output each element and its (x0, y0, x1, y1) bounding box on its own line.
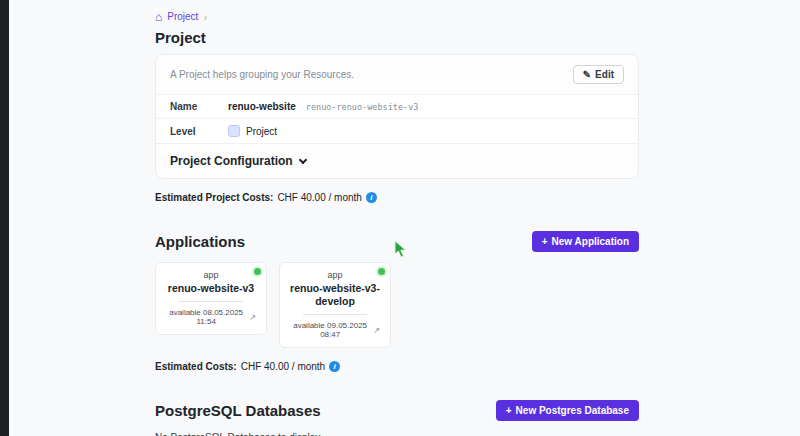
plus-icon: + (506, 405, 512, 416)
applications-section: Applications + New Application app renuo… (155, 231, 639, 372)
project-configuration-label: Project Configuration (170, 154, 293, 168)
edit-button-label: Edit (595, 69, 614, 80)
postgres-title: PostgreSQL Databases (155, 402, 321, 419)
project-cost-value: CHF 40.00 / month (277, 192, 361, 203)
main-content: ⌂ Project › Project A Project helps grou… (155, 0, 639, 436)
new-application-label: New Application (552, 236, 629, 247)
application-name: renuo-website-v3 (166, 282, 256, 295)
application-card[interactable]: app renuo-website-v3 available 08.05.202… (155, 262, 267, 335)
project-name-value: renuo-website (228, 101, 296, 112)
applications-cost-value: CHF 40.00 / month (241, 361, 325, 372)
plus-icon: + (542, 236, 548, 247)
project-cost-estimate: Estimated Project Costs: CHF 40.00 / mon… (155, 192, 639, 203)
external-link-icon[interactable]: ↗ (249, 313, 256, 322)
postgres-empty-message: No PostgreSQL Databases to display. (155, 432, 639, 436)
chevron-down-icon (298, 155, 306, 163)
project-configuration-toggle[interactable]: Project Configuration (156, 143, 638, 178)
edit-icon: ✎ (583, 69, 591, 80)
project-description: A Project helps grouping your Resources. (170, 69, 354, 80)
project-level-value: Project (246, 126, 277, 137)
application-status: available 08.05.2025 11:54 ↗ (166, 308, 256, 326)
application-name: renuo-website-v3-develop (290, 282, 380, 308)
project-level-row: Level Project (156, 118, 638, 143)
project-name-code: renuo-renuo-website-v3 (306, 102, 419, 112)
application-card[interactable]: app renuo-website-v3-develop available 0… (279, 262, 391, 348)
external-link-icon[interactable]: ↗ (373, 326, 380, 335)
application-type: app (166, 270, 256, 280)
name-label: Name (170, 101, 228, 112)
new-postgres-database-button[interactable]: + New Postgres Database (496, 400, 639, 421)
online-status-dot (378, 268, 385, 275)
application-status-text: available 08.05.2025 11:54 (166, 308, 246, 326)
home-icon[interactable]: ⌂ (155, 11, 162, 23)
chevron-right-icon: › (203, 11, 207, 23)
divider (179, 301, 244, 302)
postgres-section-header: PostgreSQL Databases + New Postgres Data… (155, 400, 639, 421)
application-type: app (290, 270, 380, 280)
page-title: Project (155, 29, 639, 46)
edit-button[interactable]: ✎ Edit (573, 65, 624, 84)
breadcrumb: ⌂ Project › (155, 10, 639, 23)
postgres-section: PostgreSQL Databases + New Postgres Data… (155, 400, 639, 436)
left-edge-panel (0, 0, 9, 436)
project-cost-label: Estimated Project Costs: (155, 192, 273, 203)
info-icon[interactable] (329, 361, 340, 372)
project-card-header: A Project helps grouping your Resources.… (156, 55, 638, 94)
breadcrumb-project-link[interactable]: Project (167, 11, 198, 22)
applications-cost-label: Estimated Costs: (155, 361, 237, 372)
applications-cost-estimate: Estimated Costs: CHF 40.00 / month (155, 361, 639, 372)
divider (303, 314, 368, 315)
applications-section-header: Applications + New Application (155, 231, 639, 252)
application-card-list: app renuo-website-v3 available 08.05.202… (155, 262, 639, 348)
applications-title: Applications (155, 233, 245, 250)
project-name-row: Name renuo-website renuo-renuo-website-v… (156, 94, 638, 118)
level-icon (228, 125, 240, 137)
info-icon[interactable] (366, 192, 377, 203)
project-card: A Project helps grouping your Resources.… (155, 54, 639, 179)
new-postgres-label: New Postgres Database (516, 405, 629, 416)
application-status: available 09.05.2025 08:47 ↗ (290, 321, 380, 339)
level-label: Level (170, 126, 228, 137)
online-status-dot (254, 268, 261, 275)
application-status-text: available 09.05.2025 08:47 (290, 321, 370, 339)
new-application-button[interactable]: + New Application (532, 231, 639, 252)
